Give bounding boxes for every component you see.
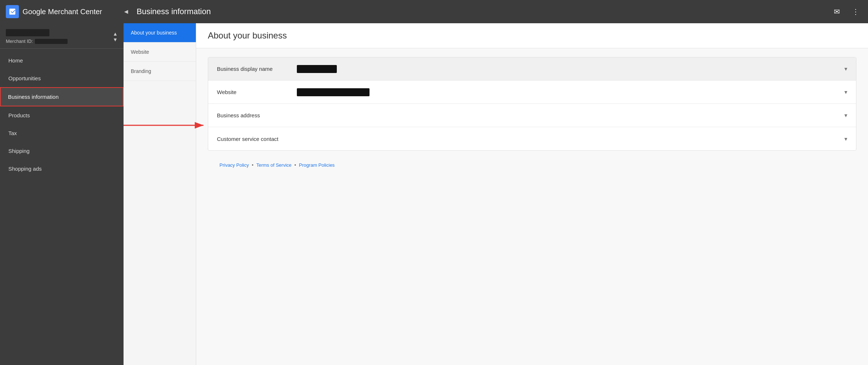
main-container: Merchant ID: ▲ ▼ Home Opportunities Busi…: [0, 23, 868, 365]
website-label: Website: [217, 89, 297, 95]
subnav-item-about-your-business[interactable]: About your business: [124, 23, 196, 42]
content-heading: About your business: [208, 31, 856, 41]
page-title: Business information: [129, 7, 830, 16]
secondary-sidebar: About your business Website Branding: [124, 23, 196, 365]
program-policies-link[interactable]: Program Policies: [299, 162, 335, 168]
customer-service-chevron: ▾: [844, 135, 847, 142]
business-display-name-value: [297, 65, 844, 73]
terms-of-service-link[interactable]: Terms of Service: [256, 162, 291, 168]
account-section[interactable]: Merchant ID: ▲ ▼: [0, 23, 124, 49]
sidebar-item-tax[interactable]: Tax: [0, 124, 124, 142]
customer-service-label: Customer service contact: [217, 136, 297, 142]
logo-area: Google Merchant Center ◄: [6, 5, 129, 18]
sidebar-item-business-information[interactable]: Business information: [0, 87, 124, 106]
app-name: Google Merchant Center: [23, 8, 102, 16]
chevron-down-icon: ▼: [113, 37, 118, 42]
sidebar-item-shopping-ads[interactable]: Shopping ads: [0, 160, 124, 178]
separator-1: •: [252, 162, 254, 168]
merchant-id-row: Merchant ID:: [6, 38, 113, 44]
account-name-redacted: [6, 29, 49, 36]
website-row[interactable]: Website ▾: [208, 81, 856, 104]
info-card: Business display name ▾ Website ▾: [208, 57, 856, 151]
account-info: Merchant ID:: [6, 29, 113, 44]
chevron-up-icon: ▲: [113, 31, 118, 36]
privacy-policy-link[interactable]: Privacy Policy: [219, 162, 249, 168]
customer-service-row[interactable]: Customer service contact ▾: [208, 127, 856, 150]
logo-icon: [6, 5, 19, 18]
sidebar-item-shipping[interactable]: Shipping: [0, 142, 124, 160]
content-header: About your business: [196, 23, 868, 48]
subnav-item-website[interactable]: Website: [124, 42, 196, 62]
business-display-name-row[interactable]: Business display name ▾: [208, 57, 856, 81]
collapse-button[interactable]: ◄: [123, 8, 129, 16]
business-address-row[interactable]: Business address ▾: [208, 104, 856, 127]
merchant-id-redacted: [35, 39, 68, 44]
merchant-id-label: Merchant ID:: [6, 38, 33, 44]
content-body: Business display name ▾ Website ▾: [196, 48, 868, 365]
website-value: [297, 88, 844, 96]
sidebar-item-home[interactable]: Home: [0, 52, 124, 69]
sidebar: Merchant ID: ▲ ▼ Home Opportunities Busi…: [0, 23, 124, 365]
header-actions: ✉ ⋮: [830, 5, 862, 18]
content-area: About your business Business display nam…: [196, 23, 868, 365]
sidebar-item-products[interactable]: Products: [0, 106, 124, 124]
business-display-name-label: Business display name: [217, 66, 297, 72]
address-chevron: ▾: [844, 112, 847, 119]
display-name-chevron: ▾: [844, 65, 847, 72]
footer-links: Privacy Policy • Terms of Service • Prog…: [208, 151, 856, 179]
more-menu-button[interactable]: ⋮: [849, 5, 862, 18]
sidebar-item-opportunities[interactable]: Opportunities: [0, 69, 124, 87]
mail-button[interactable]: ✉: [830, 5, 843, 18]
top-header: Google Merchant Center ◄ Business inform…: [0, 0, 868, 23]
website-redacted: [297, 88, 370, 96]
website-chevron: ▾: [844, 89, 847, 96]
separator-2: •: [294, 162, 296, 168]
business-address-label: Business address: [217, 112, 297, 118]
display-name-redacted: [297, 65, 337, 73]
subnav-item-branding[interactable]: Branding: [124, 62, 196, 81]
account-chevrons[interactable]: ▲ ▼: [113, 31, 118, 42]
sidebar-nav: Home Opportunities Business information …: [0, 49, 124, 181]
